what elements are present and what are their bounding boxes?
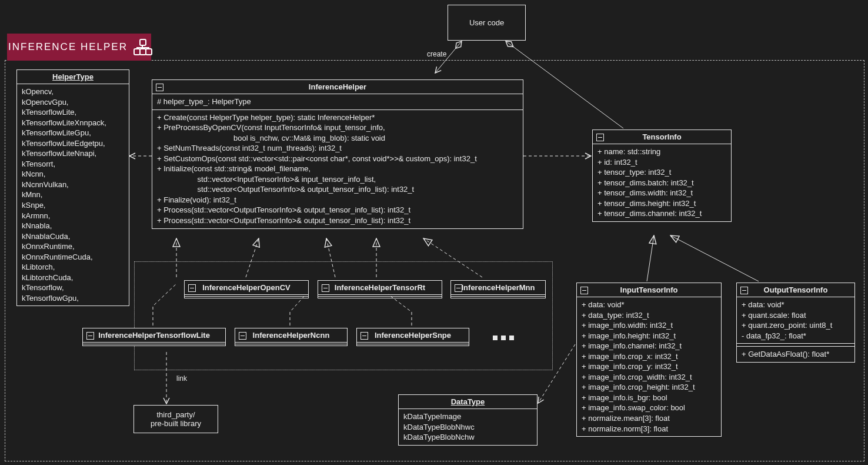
class-ih-mnn: InferenceHelperMnn [450, 280, 546, 298]
class-tensorinfo: TensorInfo + name: std::string+ id: int3… [592, 129, 732, 222]
class-helpertype: HelperType kOpencv,kOpencvGpu,kTensorflo… [16, 69, 129, 306]
third-party-box: third_party/ pre-built library [133, 405, 218, 433]
operations: + Create(const HelperType helper_type): … [152, 110, 523, 228]
class-inputtensorinfo: InputTensorInfo + data: void*+ data_type… [576, 283, 722, 437]
class-ih-tensorrt: InferenceHelperTensorRt [318, 280, 442, 298]
collapse-icon [322, 284, 329, 292]
attributes: + data: void*+ quant.scale: float+ quant… [737, 297, 854, 344]
label-link: link [176, 374, 187, 383]
third-party-line1: third_party/ [143, 410, 208, 419]
ellipsis-icon [493, 336, 514, 340]
class-title: InferenceHelperOpenCV [185, 281, 308, 295]
user-code-label: User code [458, 10, 516, 35]
class-title: DataType [399, 395, 537, 409]
class-title: InferenceHelperNcnn [235, 328, 347, 343]
brand-icon [133, 39, 150, 55]
class-title: InferenceHelperMnn [451, 281, 545, 295]
attributes: + data: void*+ data_type: int32_t+ image… [577, 297, 721, 436]
class-title: TensorInfo [593, 130, 731, 144]
collapse-icon [596, 134, 604, 141]
collapse-icon [188, 284, 196, 292]
collapse-icon [740, 287, 748, 294]
label-create: create [427, 50, 446, 58]
collapse-icon [156, 84, 163, 91]
class-outputtensorinfo: OutputTensorInfo + data: void*+ quant.sc… [736, 283, 855, 363]
operations: + GetDataAsFloat(): float* [737, 347, 854, 362]
collapse-icon [86, 332, 94, 340]
class-title: OutputTensorInfo [737, 283, 854, 297]
attributes: kDataTypeImagekDataTypeBlobNhwckDataType… [399, 409, 537, 445]
collapse-icon [360, 332, 368, 340]
attributes: # helper_type_: HelperType [152, 94, 523, 110]
class-title: InputTensorInfo [577, 283, 721, 297]
brand-badge: INFERENCE HELPER [7, 34, 151, 61]
collapse-icon [239, 332, 246, 340]
collapse-icon [455, 284, 462, 292]
class-ih-ncnn: InferenceHelperNcnn [235, 328, 348, 346]
class-title: InferenceHelperSnpe [357, 328, 469, 343]
class-inferencehelper: InferenceHelper # helper_type_: HelperTy… [152, 79, 523, 229]
class-ih-opencv: InferenceHelperOpenCV [184, 280, 309, 298]
third-party-line2: pre-built library [143, 419, 208, 428]
class-title: InferenceHelperTensorRt [318, 281, 442, 295]
class-datatype: DataType kDataTypeImagekDataTypeBlobNhwc… [398, 394, 538, 446]
class-title: InferenceHelperTensorflowLite [83, 328, 225, 343]
collapse-icon [580, 287, 588, 294]
class-ih-tflite: InferenceHelperTensorflowLite [82, 328, 226, 346]
attributes: + name: std::string+ id: int32_t+ tensor… [593, 144, 731, 221]
user-code-box: User code [448, 5, 526, 41]
subclass-group [134, 261, 553, 370]
class-ih-snpe: InferenceHelperSnpe [356, 328, 469, 346]
diagram-canvas: INFERENCE HELPER User code HelperType kO… [0, 0, 868, 465]
attributes: kOpencv,kOpencvGpu,kTensorflowLite,kTens… [17, 84, 129, 305]
class-title: HelperType [17, 70, 129, 84]
class-title: InferenceHelper [152, 80, 523, 94]
brand-text: INFERENCE HELPER [8, 41, 128, 53]
